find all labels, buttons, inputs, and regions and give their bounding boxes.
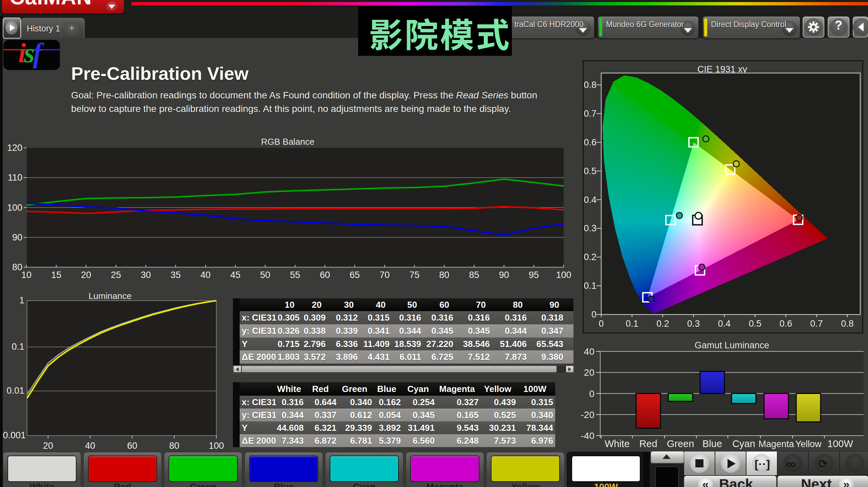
svg-text:1: 1 xyxy=(19,295,24,305)
svg-text:45: 45 xyxy=(230,270,240,280)
svg-text:20: 20 xyxy=(584,367,594,378)
svg-text:Luminance: Luminance xyxy=(88,291,131,301)
svg-text:Red: Red xyxy=(639,438,657,449)
svg-text:60: 60 xyxy=(320,270,330,280)
svg-text:20: 20 xyxy=(81,270,91,280)
svg-text:Yellow: Yellow xyxy=(795,439,822,449)
svg-text:0.8: 0.8 xyxy=(584,80,596,90)
svg-text:40: 40 xyxy=(584,346,594,357)
svg-text:-20: -20 xyxy=(581,410,594,420)
svg-text:65: 65 xyxy=(350,270,360,280)
svg-text:0.4: 0.4 xyxy=(718,319,731,329)
svg-text:110: 110 xyxy=(8,172,22,183)
svg-text:-40: -40 xyxy=(581,431,594,441)
svg-text:30: 30 xyxy=(141,270,151,280)
svg-text:15: 15 xyxy=(51,270,61,280)
svg-text:Blue: Blue xyxy=(702,438,722,449)
svg-text:0.1: 0.1 xyxy=(584,281,596,291)
svg-text:10: 10 xyxy=(21,270,31,280)
svg-text:100: 100 xyxy=(556,270,571,280)
svg-text:0.5: 0.5 xyxy=(749,319,762,329)
svg-text:0.001: 0.001 xyxy=(3,430,26,440)
svg-text:Green: Green xyxy=(667,438,694,449)
svg-text:0: 0 xyxy=(591,309,596,320)
svg-text:60: 60 xyxy=(127,441,137,450)
svg-text:Magenta: Magenta xyxy=(758,439,794,449)
svg-text:25: 25 xyxy=(111,270,121,280)
svg-text:0.1: 0.1 xyxy=(626,319,638,329)
svg-text:80: 80 xyxy=(439,270,449,280)
svg-text:RGB Balance: RGB Balance xyxy=(261,137,314,147)
svg-text:85: 85 xyxy=(469,270,479,280)
svg-text:White: White xyxy=(605,438,630,449)
svg-text:0.3: 0.3 xyxy=(584,223,596,233)
svg-text:55: 55 xyxy=(290,270,300,280)
svg-text:0.6: 0.6 xyxy=(584,137,596,147)
svg-text:40: 40 xyxy=(200,270,211,280)
svg-text:0.2: 0.2 xyxy=(584,252,596,262)
svg-text:90: 90 xyxy=(12,232,22,242)
svg-text:100W: 100W xyxy=(827,438,853,449)
svg-text:75: 75 xyxy=(409,270,419,280)
svg-text:0.7: 0.7 xyxy=(584,109,596,119)
svg-text:35: 35 xyxy=(171,270,181,280)
svg-text:70: 70 xyxy=(379,270,390,280)
svg-text:100: 100 xyxy=(7,203,22,213)
svg-text:0.5: 0.5 xyxy=(584,166,596,176)
svg-text:0.8: 0.8 xyxy=(841,319,854,329)
svg-text:0.2: 0.2 xyxy=(656,319,669,329)
svg-text:0.7: 0.7 xyxy=(810,319,823,329)
svg-text:0: 0 xyxy=(589,389,594,399)
svg-text:100: 100 xyxy=(209,441,224,450)
svg-text:Gamut Luminance: Gamut Luminance xyxy=(695,340,769,350)
svg-text:90: 90 xyxy=(499,270,509,280)
svg-text:80: 80 xyxy=(12,262,22,272)
svg-text:80: 80 xyxy=(169,441,179,450)
svg-text:120: 120 xyxy=(7,143,22,153)
svg-text:0.4: 0.4 xyxy=(584,195,596,205)
svg-text:50: 50 xyxy=(260,270,270,280)
svg-text:0.01: 0.01 xyxy=(6,386,24,396)
svg-text:0.6: 0.6 xyxy=(779,319,792,329)
svg-text:0.3: 0.3 xyxy=(687,319,700,329)
svg-text:20: 20 xyxy=(43,441,53,450)
svg-text:40: 40 xyxy=(85,441,95,450)
svg-text:95: 95 xyxy=(529,270,539,280)
svg-text:0.1: 0.1 xyxy=(12,342,24,352)
svg-text:0: 0 xyxy=(599,319,604,329)
svg-text:Cyan: Cyan xyxy=(732,438,755,449)
